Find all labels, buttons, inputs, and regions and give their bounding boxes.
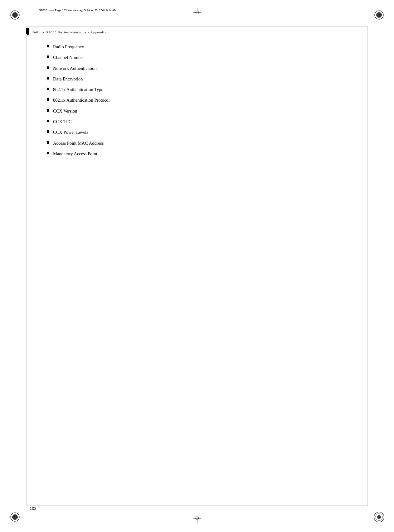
header-text: LifeBook S7000 Series Notebook - Appendi… (30, 31, 106, 34)
header-rule (27, 37, 367, 37)
list-item: Access Point MAC Address (47, 140, 347, 146)
list-item: Radio Frequency (47, 44, 347, 50)
bullet-square-icon (47, 109, 49, 112)
corner-mark-tl (6, 6, 24, 24)
border-right (367, 27, 368, 505)
corner-mark-tr (370, 6, 388, 24)
main-content: Radio FrequencyChannel NumberNetwork Aut… (47, 44, 347, 161)
list-item: Channel Number (47, 54, 347, 60)
list-item-label: Access Point MAC Address (53, 140, 104, 146)
list-item-label: 802.1x Authentication Protocol (53, 97, 110, 103)
svg-point-3 (12, 12, 18, 18)
bullet-square-icon (47, 120, 49, 122)
corner-mark-bl (6, 508, 24, 526)
corner-mark-br (370, 508, 388, 526)
list-item-label: CCX TPC (53, 118, 72, 125)
bullet-square-icon (47, 77, 49, 80)
header-bookmark (26, 28, 29, 35)
page: S7010.book Page 102 Wednesday, October 2… (0, 0, 394, 532)
border-top (26, 26, 368, 27)
list-item: CCX TPC (47, 118, 347, 125)
bullet-list: Radio FrequencyChannel NumberNetwork Aut… (47, 44, 347, 157)
bullet-square-icon (47, 56, 49, 58)
bottom-center-mark (192, 514, 202, 524)
bullet-square-icon (47, 45, 49, 47)
list-item-label: Mandatory Access Point (53, 151, 97, 157)
bullet-square-icon (47, 88, 49, 90)
svg-marker-39 (26, 28, 29, 36)
border-left (26, 27, 27, 505)
list-item-label: Network Authentication (53, 65, 97, 71)
bullet-square-icon (47, 66, 49, 69)
list-item-label: CCX Power Levels (53, 129, 88, 135)
page-number: 102 (30, 506, 36, 511)
svg-point-28 (377, 515, 381, 519)
list-item: Data Encryption (47, 76, 347, 82)
svg-point-11 (376, 12, 382, 18)
list-item: CCX Power Levels (47, 129, 347, 135)
list-item-label: CCX Version (53, 108, 77, 114)
bullet-square-icon (47, 141, 49, 144)
bullet-square-icon (47, 130, 49, 133)
list-item-label: Radio Frequency (53, 44, 84, 50)
svg-point-19 (12, 514, 18, 520)
list-item-label: Channel Number (53, 54, 84, 60)
list-item: Network Authentication (47, 65, 347, 71)
list-item: 802.1x Authentication Type (47, 86, 347, 93)
top-center-mark (192, 8, 202, 18)
print-info: S7010.book Page 102 Wednesday, October 2… (39, 9, 116, 12)
border-bottom (26, 505, 368, 506)
bullet-square-icon (47, 152, 49, 154)
list-item: CCX Version (47, 108, 347, 114)
list-item-label: 802.1x Authentication Type (53, 86, 103, 93)
list-item-label: Data Encryption (53, 76, 83, 82)
list-item: Mandatory Access Point (47, 151, 347, 157)
bullet-square-icon (47, 98, 49, 101)
list-item: 802.1x Authentication Protocol (47, 97, 347, 103)
